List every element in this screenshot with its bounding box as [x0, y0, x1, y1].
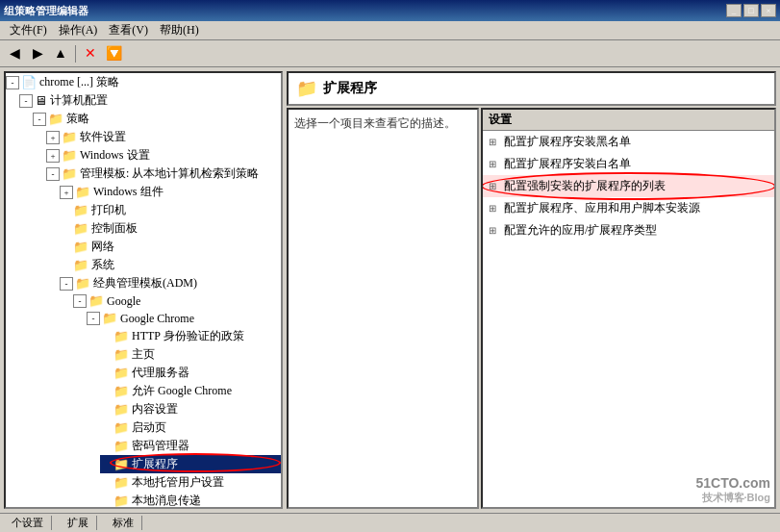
settings-item-forcelist[interactable]: ⊞ 配置强制安装的扩展程序的列表: [483, 175, 774, 197]
maximize-button[interactable]: □: [743, 4, 759, 17]
tree-system-item[interactable]: 📁 系统: [60, 256, 281, 274]
tree-policy-label: 策略: [66, 111, 89, 127]
forward-button[interactable]: ▶: [27, 43, 48, 64]
tree-localuser-label: 本地托管用户设置: [132, 474, 224, 491]
tree-extensions-item[interactable]: 📁 扩展程序: [100, 455, 281, 473]
tree-network-item[interactable]: 📁 网络: [60, 238, 281, 256]
settings-item-installsources[interactable]: ⊞ 配置扩展程序、应用和用户脚本安装源: [483, 197, 774, 219]
tree-admin-toggle[interactable]: -: [46, 167, 60, 181]
up-button[interactable]: ▲: [50, 43, 71, 64]
tree-windows-settings-toggle[interactable]: +: [46, 149, 60, 163]
settings-label-5: 配置允许的应用/扩展程序类型: [504, 222, 657, 239]
tree-google-item[interactable]: - 📁 Google: [73, 292, 281, 310]
tree-startup: 📁 启动页: [100, 418, 281, 437]
tree-win-components: + 📁 Windows 组件: [60, 183, 281, 201]
menu-help[interactable]: 帮助(H): [154, 20, 205, 40]
tree-win-comp-toggle[interactable]: +: [60, 186, 73, 199]
status-count: 个设置: [4, 516, 52, 530]
tree-win-comp-item[interactable]: + 📁 Windows 组件: [60, 183, 281, 201]
tree-http-auth: 📁 HTTP 身份验证的政策: [100, 327, 281, 345]
tree-policy-children: + 📁 软件设置 + 📁: [33, 128, 281, 509]
tree-software-toggle[interactable]: +: [46, 131, 60, 144]
settings-label-1: 配置扩展程序安装黑名单: [504, 134, 631, 150]
settings-item-blacklist[interactable]: ⊞ 配置扩展程序安装黑名单: [483, 131, 774, 153]
title-bar-buttons: _ □ ×: [726, 4, 776, 17]
tree-policy-item[interactable]: - 📁 策略: [33, 110, 281, 128]
main-area: - 📄 chrome [...] 策略 - 🖥 计算机配置: [0, 67, 780, 513]
tree-controlpanel-label: 控制面板: [91, 220, 138, 237]
tree-google-children: - 📁 Google Chrome: [73, 310, 281, 509]
settings-item-allowedtypes[interactable]: ⊞ 配置允许的应用/扩展程序类型: [483, 219, 774, 241]
tree-extensions-label: 扩展程序: [132, 456, 178, 472]
tree-admin-children: + 📁 Windows 组件: [46, 183, 281, 509]
tree-root: - 📄 chrome [...] 策略 - 🖥 计算机配置: [6, 73, 281, 509]
tree-root-item[interactable]: - 📄 chrome [...] 策略: [6, 73, 281, 91]
tree-password-label: 密码管理器: [132, 438, 189, 454]
close-button[interactable]: ×: [761, 4, 776, 17]
tree-root-toggle[interactable]: -: [6, 76, 19, 89]
filter-button[interactable]: 🔽: [103, 43, 124, 64]
tree-extensions: 📁 扩展程序: [100, 455, 281, 473]
tree-local-user: 📁 本地托管用户设置: [100, 473, 281, 492]
tree-chrome-toggle[interactable]: -: [87, 312, 100, 325]
tree-computer-toggle[interactable]: -: [19, 94, 33, 108]
tree-computer-config-item[interactable]: - 🖥 计算机配置: [19, 91, 281, 110]
settings-item-icon-2: ⊞: [489, 159, 500, 169]
right-pane-wrapper: 📁 扩展程序 选择一个项目来查看它的描述。 设置 ⊞ 配置扩展程序安装黑名单: [287, 71, 776, 509]
tree-printer-item[interactable]: 📁 打印机: [60, 201, 281, 219]
tree-printer: 📁 打印机: [60, 201, 281, 219]
menu-action[interactable]: 操作(A): [53, 20, 104, 40]
tree-policy-toggle[interactable]: -: [33, 113, 46, 126]
tree-nativemsg-label: 本地消息传递: [132, 493, 201, 509]
minimize-button[interactable]: _: [726, 4, 742, 17]
tree-root-label: chrome [...] 策略: [39, 74, 119, 90]
tree-controlpanel-item[interactable]: 📁 控制面板: [60, 219, 281, 238]
tree-classic-adm-item[interactable]: - 📁 经典管理模板(ADM): [60, 274, 281, 292]
tree-windows-settings-item[interactable]: + 📁 Windows 设置: [46, 146, 281, 165]
tree-classic-adm: - 📁 经典管理模板(ADM): [60, 274, 281, 509]
settings-label-3: 配置强制安装的扩展程序的列表: [504, 178, 666, 194]
tree-content-label: 内容设置: [132, 401, 178, 418]
tree-chrome: - 📁 Google Chrome: [87, 310, 281, 509]
tree-allow-label: 允许 Google Chrome: [132, 383, 232, 399]
tree-windows-settings-label: Windows 设置: [80, 147, 150, 164]
tree-admin-label: 管理模板: 从本地计算机检索到策略: [80, 165, 259, 182]
tree-http-label: HTTP 身份验证的政策: [132, 328, 244, 344]
status-tab-extensions[interactable]: 扩展: [60, 516, 97, 530]
back-button[interactable]: ◀: [4, 43, 25, 64]
tree-root-children: - 🖥 计算机配置 - 📁 策略: [6, 91, 281, 509]
tree-pane[interactable]: - 📄 chrome [...] 策略 - 🖥 计算机配置: [4, 71, 283, 509]
tree-chrome-item[interactable]: - 📁 Google Chrome: [87, 310, 281, 327]
menu-bar: 文件(F) 操作(A) 查看(V) 帮助(H): [0, 21, 780, 40]
tree-network-label: 网络: [91, 239, 114, 255]
toolbar-separator-1: [75, 45, 76, 63]
tree-software-item[interactable]: + 📁 软件设置: [46, 128, 281, 146]
tree-admin-templates-item[interactable]: - 📁 管理模板: 从本地计算机检索到策略: [46, 165, 281, 183]
tree-google-label: Google: [107, 294, 140, 309]
status-bar: 个设置 扩展 标准: [0, 513, 780, 532]
settings-item-whitelist[interactable]: ⊞ 配置扩展程序安装白名单: [483, 153, 774, 175]
tree-classic-label: 经典管理模板(ADM): [93, 275, 197, 291]
tree-classic-toggle[interactable]: -: [60, 277, 73, 291]
tree-network: 📁 网络: [60, 238, 281, 256]
folder-header-title: 扩展程序: [323, 80, 377, 97]
tree-chrome-label: Google Chrome: [120, 312, 194, 326]
tree-policy: - 📁 策略 + 📁 软件设置: [33, 110, 281, 509]
tree-chrome-children: 📁 HTTP 身份验证的政策: [87, 327, 281, 509]
tree-system: 📁 系统: [60, 256, 281, 274]
description-text: 选择一个项目来查看它的描述。: [294, 116, 456, 130]
tree-software: + 📁 软件设置: [46, 128, 281, 146]
tree-native-msg: 📁 本地消息传递: [100, 492, 281, 509]
tree-proxy-label: 代理服务器: [132, 365, 189, 381]
tree-startup-label: 启动页: [132, 419, 166, 436]
menu-view[interactable]: 查看(V): [103, 20, 154, 40]
settings-pane[interactable]: 设置 ⊞ 配置扩展程序安装黑名单 ⊞ 配置扩展程序安装白名单 ⊞ 配置强制安装的…: [481, 108, 776, 509]
status-tab-standard[interactable]: 标准: [105, 516, 142, 530]
settings-item-icon-1: ⊞: [489, 137, 500, 147]
menu-file[interactable]: 文件(F): [4, 20, 53, 40]
window-title: 组策略管理编辑器: [4, 4, 88, 18]
tree-google-toggle[interactable]: -: [73, 294, 87, 308]
tree-software-label: 软件设置: [80, 129, 126, 145]
tree-allow-chrome: 📁 允许 Google Chrome: [100, 382, 281, 400]
stop-button[interactable]: ✕: [80, 43, 101, 64]
